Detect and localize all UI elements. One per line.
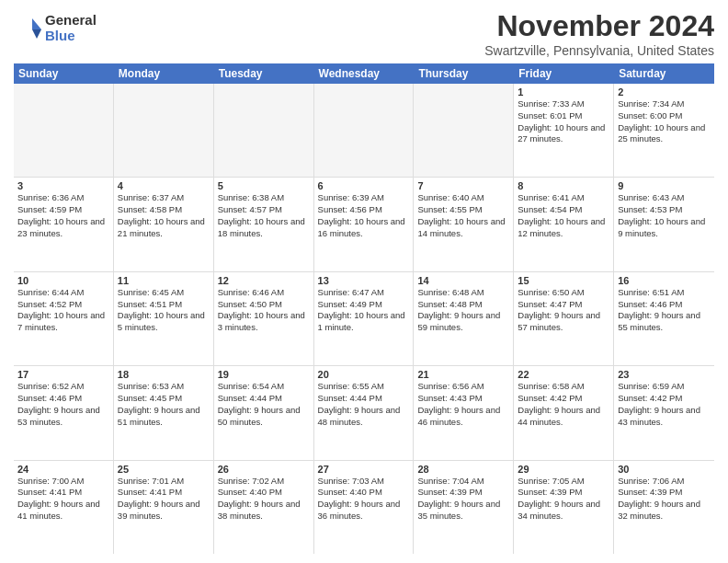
day-cell-23: 23Sunrise: 6:59 AM Sunset: 4:42 PM Dayli… xyxy=(614,366,714,459)
day-cell-17: 17Sunrise: 6:52 AM Sunset: 4:46 PM Dayli… xyxy=(14,366,114,459)
header-day-tuesday: Tuesday xyxy=(214,63,314,84)
header-day-saturday: Saturday xyxy=(614,63,714,84)
day-cell-26: 26Sunrise: 7:02 AM Sunset: 4:40 PM Dayli… xyxy=(214,461,314,554)
day-number-13: 13 xyxy=(318,275,410,286)
day-info-20: Sunrise: 6:55 AM Sunset: 4:44 PM Dayligh… xyxy=(318,381,410,428)
day-cell-19: 19Sunrise: 6:54 AM Sunset: 4:44 PM Dayli… xyxy=(214,366,314,459)
day-info-8: Sunrise: 6:41 AM Sunset: 4:54 PM Dayligh… xyxy=(518,192,609,239)
day-cell-10: 10Sunrise: 6:44 AM Sunset: 4:52 PM Dayli… xyxy=(14,272,114,365)
day-cell-18: 18Sunrise: 6:53 AM Sunset: 4:45 PM Dayli… xyxy=(114,366,214,459)
logo-text: General Blue xyxy=(45,13,97,43)
month-title: November 2024 xyxy=(484,9,714,43)
header: General Blue November 2024 Swartzville, … xyxy=(14,9,714,58)
calendar-row-4: 24Sunrise: 7:00 AM Sunset: 4:41 PM Dayli… xyxy=(14,461,714,554)
day-info-16: Sunrise: 6:51 AM Sunset: 4:46 PM Dayligh… xyxy=(618,287,711,334)
calendar: SundayMondayTuesdayWednesdayThursdayFrid… xyxy=(14,63,714,554)
day-info-21: Sunrise: 6:56 AM Sunset: 4:43 PM Dayligh… xyxy=(417,381,509,428)
page: General Blue November 2024 Swartzville, … xyxy=(0,0,728,563)
day-info-23: Sunrise: 6:59 AM Sunset: 4:42 PM Dayligh… xyxy=(618,381,711,428)
logo: General Blue xyxy=(14,13,97,43)
empty-cell-0-4 xyxy=(414,84,514,177)
day-number-27: 27 xyxy=(318,464,410,475)
calendar-row-3: 17Sunrise: 6:52 AM Sunset: 4:46 PM Dayli… xyxy=(14,366,714,460)
day-info-14: Sunrise: 6:48 AM Sunset: 4:48 PM Dayligh… xyxy=(417,287,509,334)
day-cell-7: 7Sunrise: 6:40 AM Sunset: 4:55 PM Daylig… xyxy=(414,178,514,270)
day-number-14: 14 xyxy=(417,275,509,286)
day-cell-12: 12Sunrise: 6:46 AM Sunset: 4:50 PM Dayli… xyxy=(214,272,314,365)
day-cell-13: 13Sunrise: 6:47 AM Sunset: 4:49 PM Dayli… xyxy=(314,272,415,365)
day-info-28: Sunrise: 7:04 AM Sunset: 4:39 PM Dayligh… xyxy=(417,476,509,523)
day-cell-6: 6Sunrise: 6:39 AM Sunset: 4:56 PM Daylig… xyxy=(314,178,415,270)
day-info-3: Sunrise: 6:36 AM Sunset: 4:59 PM Dayligh… xyxy=(17,192,109,239)
day-number-22: 22 xyxy=(518,369,609,380)
day-info-1: Sunrise: 7:33 AM Sunset: 6:01 PM Dayligh… xyxy=(518,98,609,145)
day-cell-5: 5Sunrise: 6:38 AM Sunset: 4:57 PM Daylig… xyxy=(214,178,314,270)
day-number-6: 6 xyxy=(318,180,410,191)
day-info-11: Sunrise: 6:45 AM Sunset: 4:51 PM Dayligh… xyxy=(118,287,210,334)
header-day-wednesday: Wednesday xyxy=(314,63,415,84)
calendar-row-1: 3Sunrise: 6:36 AM Sunset: 4:59 PM Daylig… xyxy=(14,178,714,271)
day-cell-3: 3Sunrise: 6:36 AM Sunset: 4:59 PM Daylig… xyxy=(14,178,114,270)
day-info-29: Sunrise: 7:05 AM Sunset: 4:39 PM Dayligh… xyxy=(518,476,609,523)
day-info-15: Sunrise: 6:50 AM Sunset: 4:47 PM Dayligh… xyxy=(518,287,609,334)
day-number-18: 18 xyxy=(118,369,210,380)
title-section: November 2024 Swartzville, Pennsylvania,… xyxy=(484,9,714,58)
day-info-5: Sunrise: 6:38 AM Sunset: 4:57 PM Dayligh… xyxy=(218,192,310,239)
day-number-24: 24 xyxy=(17,464,109,475)
day-cell-16: 16Sunrise: 6:51 AM Sunset: 4:46 PM Dayli… xyxy=(614,272,714,365)
day-number-12: 12 xyxy=(218,275,310,286)
day-cell-30: 30Sunrise: 7:06 AM Sunset: 4:39 PM Dayli… xyxy=(614,461,714,554)
day-number-3: 3 xyxy=(17,180,109,191)
day-info-9: Sunrise: 6:43 AM Sunset: 4:53 PM Dayligh… xyxy=(618,192,711,239)
day-number-26: 26 xyxy=(218,464,310,475)
day-number-8: 8 xyxy=(518,180,609,191)
day-info-25: Sunrise: 7:01 AM Sunset: 4:41 PM Dayligh… xyxy=(118,476,210,523)
empty-cell-0-1 xyxy=(114,84,214,177)
day-info-27: Sunrise: 7:03 AM Sunset: 4:40 PM Dayligh… xyxy=(318,476,410,523)
day-number-19: 19 xyxy=(218,369,310,380)
day-number-20: 20 xyxy=(318,369,410,380)
day-cell-27: 27Sunrise: 7:03 AM Sunset: 4:40 PM Dayli… xyxy=(314,461,415,554)
empty-cell-0-3 xyxy=(314,84,415,177)
day-info-2: Sunrise: 7:34 AM Sunset: 6:00 PM Dayligh… xyxy=(618,98,711,145)
day-cell-28: 28Sunrise: 7:04 AM Sunset: 4:39 PM Dayli… xyxy=(414,461,514,554)
day-info-13: Sunrise: 6:47 AM Sunset: 4:49 PM Dayligh… xyxy=(318,287,410,334)
day-cell-4: 4Sunrise: 6:37 AM Sunset: 4:58 PM Daylig… xyxy=(114,178,214,270)
calendar-row-0: 1Sunrise: 7:33 AM Sunset: 6:01 PM Daylig… xyxy=(14,84,714,178)
day-cell-15: 15Sunrise: 6:50 AM Sunset: 4:47 PM Dayli… xyxy=(514,272,614,365)
day-number-16: 16 xyxy=(618,275,711,286)
day-number-1: 1 xyxy=(518,86,609,98)
day-number-29: 29 xyxy=(518,464,609,475)
svg-marker-1 xyxy=(32,29,41,39)
day-cell-11: 11Sunrise: 6:45 AM Sunset: 4:51 PM Dayli… xyxy=(114,272,214,365)
calendar-body: 1Sunrise: 7:33 AM Sunset: 6:01 PM Daylig… xyxy=(14,84,714,554)
day-number-11: 11 xyxy=(118,275,210,286)
logo-general-label: General xyxy=(45,13,97,29)
day-number-23: 23 xyxy=(618,369,711,380)
day-number-10: 10 xyxy=(17,275,109,286)
calendar-header: SundayMondayTuesdayWednesdayThursdayFrid… xyxy=(14,63,714,84)
day-number-9: 9 xyxy=(618,180,711,191)
logo-icon xyxy=(14,15,41,42)
day-number-4: 4 xyxy=(118,180,210,191)
day-info-7: Sunrise: 6:40 AM Sunset: 4:55 PM Dayligh… xyxy=(417,192,509,239)
day-info-4: Sunrise: 6:37 AM Sunset: 4:58 PM Dayligh… xyxy=(118,192,210,239)
day-number-28: 28 xyxy=(417,464,509,475)
day-cell-20: 20Sunrise: 6:55 AM Sunset: 4:44 PM Dayli… xyxy=(314,366,415,459)
day-cell-14: 14Sunrise: 6:48 AM Sunset: 4:48 PM Dayli… xyxy=(414,272,514,365)
day-info-19: Sunrise: 6:54 AM Sunset: 4:44 PM Dayligh… xyxy=(218,381,310,428)
day-number-15: 15 xyxy=(518,275,609,286)
day-number-17: 17 xyxy=(17,369,109,380)
calendar-row-2: 10Sunrise: 6:44 AM Sunset: 4:52 PM Dayli… xyxy=(14,272,714,366)
empty-cell-0-0 xyxy=(14,84,114,177)
day-number-30: 30 xyxy=(618,464,711,475)
empty-cell-0-2 xyxy=(214,84,314,177)
header-day-sunday: Sunday xyxy=(14,63,114,84)
day-info-10: Sunrise: 6:44 AM Sunset: 4:52 PM Dayligh… xyxy=(17,287,109,334)
day-number-25: 25 xyxy=(118,464,210,475)
location-label: Swartzville, Pennsylvania, United States xyxy=(484,43,714,58)
logo-blue-label: Blue xyxy=(45,29,97,44)
day-number-5: 5 xyxy=(218,180,310,191)
day-cell-9: 9Sunrise: 6:43 AM Sunset: 4:53 PM Daylig… xyxy=(614,178,714,270)
day-cell-25: 25Sunrise: 7:01 AM Sunset: 4:41 PM Dayli… xyxy=(114,461,214,554)
